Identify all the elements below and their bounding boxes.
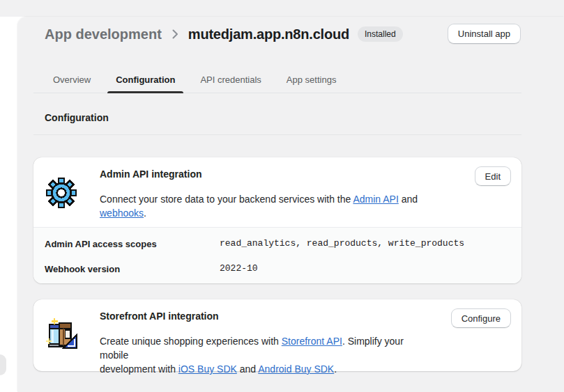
admin-api-card-title: Admin API integration <box>100 168 201 180</box>
admin-api-details: Admin API access scopes read_analytics, … <box>33 227 521 283</box>
sidebar-collapsed-item <box>0 354 6 375</box>
storefront-api-link[interactable]: Storefront API <box>282 336 342 347</box>
storefront-api-card: Storefront API integration Create unique… <box>33 299 521 371</box>
ios-buy-sdk-link[interactable]: iOS Buy SDK <box>178 363 237 375</box>
tab-configuration[interactable]: Configuration <box>107 67 183 93</box>
tab-api-credentials[interactable]: API credentials <box>192 67 269 93</box>
tab-overview[interactable]: Overview <box>45 67 99 93</box>
status-badge: Installed <box>358 26 403 42</box>
desc-text: . <box>334 363 337 375</box>
desc-text: and <box>399 194 418 205</box>
webhook-version-label: Webhook version <box>45 263 220 274</box>
desc-text: and <box>237 363 258 375</box>
access-scopes-value: read_analytics, read_products, write_pro… <box>220 238 464 249</box>
breadcrumb[interactable]: App development <box>45 26 162 42</box>
storefront-card-title: Storefront API integration <box>100 311 219 322</box>
desc-text: Create unique shopping experiences with <box>100 336 282 347</box>
page-header: App development mutedjam.app.n8n.cloud I… <box>45 24 403 45</box>
admin-api-card-description: Connect your store data to your backend … <box>100 192 427 220</box>
configure-button[interactable]: Configure <box>451 308 511 328</box>
edit-button[interactable]: Edit <box>475 166 511 186</box>
webhook-version-row: Webhook version 2022-10 <box>45 263 510 283</box>
storefront-icon <box>45 317 78 351</box>
storefront-card-description: Create unique shopping experiences with … <box>100 334 434 376</box>
desc-text: development with <box>100 363 178 375</box>
tab-bar: Overview Configuration API credentials A… <box>33 67 521 93</box>
webhooks-link[interactable]: webhooks <box>100 207 144 219</box>
admin-api-card: Admin API integration Connect your store… <box>33 157 521 283</box>
tab-app-settings[interactable]: App settings <box>278 67 345 93</box>
chevron-right-icon <box>172 29 178 39</box>
section-title: Configuration <box>45 112 109 123</box>
page-title: mutedjam.app.n8n.cloud <box>188 26 349 42</box>
access-scopes-label: Admin API access scopes <box>45 238 220 249</box>
gear-icon <box>45 176 78 210</box>
webhook-version-value: 2022-10 <box>220 263 258 274</box>
app-window: App development mutedjam.app.n8n.cloud I… <box>0 0 564 392</box>
desc-text: . <box>144 207 146 219</box>
desc-text: Connect your store data to your backend … <box>100 194 353 205</box>
android-buy-sdk-link[interactable]: Android Buy SDK <box>258 363 334 375</box>
section-divider <box>33 134 521 135</box>
access-scopes-row: Admin API access scopes read_analytics, … <box>45 238 510 258</box>
admin-api-link[interactable]: Admin API <box>353 194 398 205</box>
uninstall-app-button[interactable]: Uninstall app <box>448 24 521 44</box>
